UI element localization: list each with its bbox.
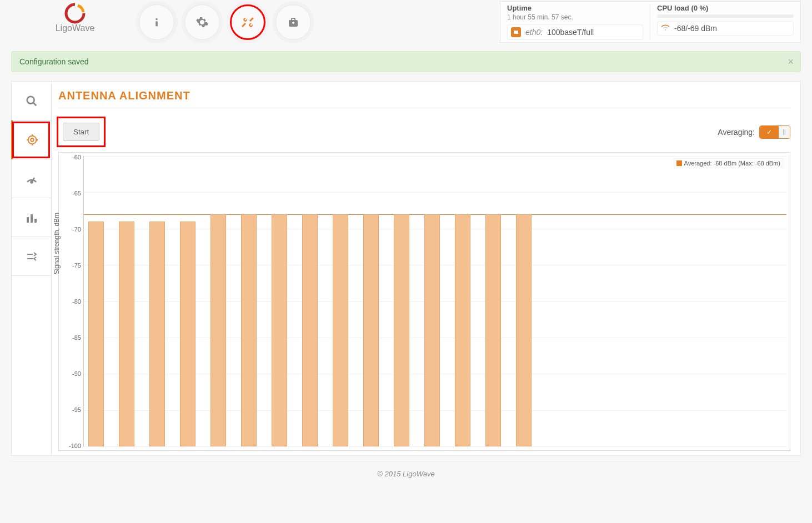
- svg-point-10: [31, 138, 34, 142]
- svg-rect-3: [292, 18, 295, 21]
- nav-info-button[interactable]: [139, 4, 174, 40]
- start-button[interactable]: Start: [63, 123, 99, 141]
- cpu-bar: [657, 14, 794, 18]
- nav-settings-button[interactable]: [184, 4, 220, 40]
- eth-status: eth0: 100baseT/full: [507, 24, 643, 40]
- svg-line-9: [33, 102, 36, 105]
- eth-if: eth0:: [525, 28, 543, 37]
- averaging-toggle[interactable]: ✓ ||: [759, 125, 790, 139]
- svg-point-17: [31, 181, 32, 183]
- svg-point-11: [28, 135, 36, 144]
- chart-bar: [363, 214, 379, 446]
- tab-ping-trace[interactable]: [12, 237, 51, 276]
- uptime-label: Uptime: [507, 4, 643, 12]
- nav-support-button[interactable]: [275, 4, 311, 40]
- tab-link-test[interactable]: [12, 159, 51, 198]
- chart-bar: [88, 222, 104, 446]
- eth-value: 100baseT/full: [547, 28, 594, 37]
- chart-bar: [333, 214, 348, 446]
- chart-bar: [302, 214, 318, 446]
- svg-rect-6: [514, 31, 518, 34]
- chart-bar: [455, 214, 470, 446]
- alert-close-icon[interactable]: ×: [788, 56, 794, 68]
- wifi-icon: [661, 24, 670, 33]
- tab-antenna-alignment[interactable]: [11, 120, 51, 159]
- page-title: ANTENNA ALIGNMENT: [58, 89, 790, 108]
- tab-site-survey[interactable]: [12, 82, 51, 120]
- chart-bar: [394, 214, 409, 446]
- wifi-status: -68/-69 dBm: [657, 21, 794, 36]
- alert-success: Configuration saved ×: [11, 51, 801, 72]
- uptime-value: 1 hour 55 min. 57 sec.: [507, 13, 643, 21]
- svg-point-7: [665, 29, 666, 31]
- stats-panel: Uptime 1 hour 55 min. 57 sec. eth0: 100b…: [500, 1, 801, 43]
- logo: LigoWave: [11, 0, 139, 33]
- wifi-value: -68/-69 dBm: [674, 24, 717, 33]
- svg-rect-18: [27, 217, 29, 223]
- cpu-label: CPU load (0 %): [657, 4, 794, 12]
- nav-tools-button[interactable]: [230, 4, 265, 40]
- chart-bar: [241, 214, 257, 446]
- alert-text: Configuration saved: [19, 57, 89, 66]
- ethernet-icon: [511, 27, 521, 37]
- pause-icon: ||: [779, 126, 790, 138]
- svg-rect-5: [293, 22, 294, 24]
- chart-bar: [272, 214, 287, 446]
- chart-bar: [180, 222, 196, 446]
- chart-bar: [485, 214, 501, 446]
- svg-point-8: [27, 96, 34, 103]
- check-icon: ✓: [760, 126, 779, 138]
- brand-text: LigoWave: [56, 23, 95, 33]
- y-axis-label: Signal strength, dBm: [53, 213, 61, 274]
- svg-rect-20: [34, 219, 37, 223]
- chart-bar: [424, 214, 440, 446]
- chart-bar: [210, 214, 226, 446]
- chart-bar: [516, 214, 532, 446]
- signal-chart: Signal strength, dBm -60-65-70-75-80-85-…: [58, 152, 790, 451]
- svg-rect-1: [156, 21, 158, 26]
- chart-bar: [119, 222, 134, 446]
- svg-rect-19: [31, 214, 33, 223]
- svg-point-0: [156, 18, 158, 21]
- footer-text: © 2015 LigoWave: [11, 461, 801, 486]
- tab-spectrum[interactable]: [12, 198, 51, 237]
- chart-bar: [149, 222, 165, 446]
- averaging-label: Averaging:: [718, 128, 755, 137]
